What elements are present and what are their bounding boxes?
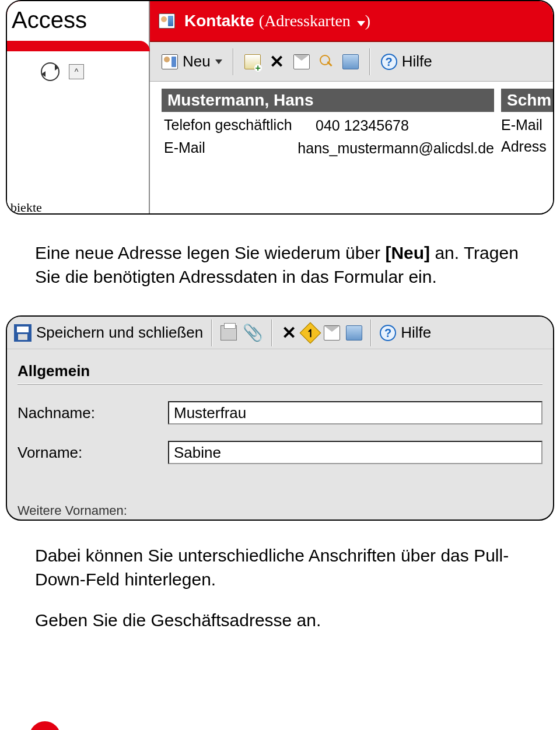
hilfe-button[interactable]: ? Hilfe [381,52,432,71]
email-label: E-Mail [164,139,298,157]
nachname-input[interactable]: Musterfrau [168,401,542,424]
envelope-icon[interactable] [324,325,340,341]
instruction-paragraph: Dabei können Sie unterschiedliche Anschr… [35,544,525,591]
new-contact-icon [162,54,178,69]
attachment-icon[interactable]: 📎 [243,323,263,342]
vorname-label: Vorname: [18,444,163,462]
contact-card-icon [159,13,175,29]
screenshot-edit-contact: Speichern und schließen 📎 ✕ ↿ ? Hilfe Al… [6,315,554,521]
delete-icon[interactable]: ✕ [269,51,285,72]
instruction-paragraph: Geben Sie die Geschäftsadresse an. [35,609,525,633]
delete-icon[interactable]: ✕ [281,322,297,343]
folder-add-icon[interactable] [244,54,261,69]
refresh-icon[interactable] [41,62,60,81]
screenshot-kontakte: Kontakte (Adresskarten ) Neu ✕ ? Hilfe M… [6,0,554,215]
alice-logo: Alice [29,721,61,731]
email-value: hans_mustermann@alicdsl.de [298,139,494,157]
save-icon [14,324,32,342]
hilfe-button[interactable]: ? Hilfe [380,324,431,342]
address-book-icon[interactable] [346,325,362,341]
envelope-icon[interactable] [293,54,310,69]
access-panel: Access ^ biekte [7,1,150,215]
contact-card[interactable]: Mustermann, Hans Telefon geschäftlich 04… [162,89,494,215]
address-book-icon[interactable] [342,54,359,69]
save-close-button[interactable]: Speichern und schließen [14,324,203,342]
contact-card[interactable]: Schm E-Mail Adress [501,89,553,215]
warning-icon[interactable]: ↿ [300,322,321,343]
chevron-down-icon [357,21,365,26]
contact-name: Schm [501,89,553,112]
search-icon[interactable] [318,54,334,69]
vorname-input[interactable]: Sabine [168,441,542,464]
phone-value: 040 12345678 [316,117,494,135]
truncated-label: Weitere Vornamen: [18,503,127,518]
truncated-text: biekte [10,200,42,215]
contact-name: Mustermann, Hans [162,89,494,112]
kontakte-title: Kontakte [184,12,254,30]
chevron-down-icon [215,59,222,64]
access-title: Access [12,7,87,33]
neu-button[interactable]: Neu [162,52,222,71]
page-footer: Alice 20 [0,720,560,731]
help-icon: ? [381,54,397,70]
phone-label: Telefon geschäftlich [164,117,316,135]
address-label: Adress [501,138,553,155]
print-icon[interactable] [220,325,237,341]
instruction-paragraph: Eine neue Adresse legen Sie wiederum übe… [35,241,525,289]
tab-allgemein[interactable]: Allgemein [18,362,542,380]
edit-toolbar: Speichern und schließen 📎 ✕ ↿ ? Hilfe [7,317,553,349]
help-icon: ? [380,325,396,341]
view-selector[interactable]: (Adresskarten ) [259,12,370,30]
email-label: E-Mail [501,117,553,134]
nachname-label: Nachname: [18,404,163,422]
scroll-up-button[interactable]: ^ [69,64,84,79]
